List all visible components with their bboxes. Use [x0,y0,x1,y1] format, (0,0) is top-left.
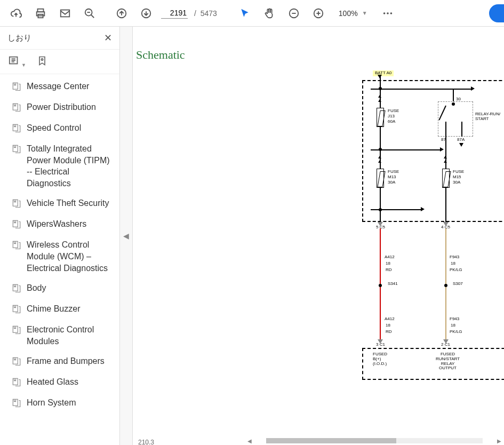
svg-point-14 [383,12,385,14]
bookmark-item-label: Totally Integrated Power Module (TIPM) -… [27,143,113,189]
bookmark-item-label: Wireless Control Module (WCM) – Electric… [27,239,113,274]
document-title: Schematic [133,27,504,70]
outline-options-icon[interactable]: ▼ [7,55,26,68]
bookmark-item-icon [12,102,21,114]
document-viewport[interactable]: Schematic BATT A0 MODULE- TOTALLY INTEGR… [133,27,504,445]
bookmark-item-label: Vehicle Theft Security [27,197,109,209]
bookmark-item[interactable]: Horn System [0,393,119,414]
page-number-input[interactable] [161,7,188,19]
print-icon[interactable] [29,2,52,25]
bookmark-item-icon [12,240,21,251]
status-bar: 210.3 x 297.4 mm ◀ ▶ [133,436,504,445]
bookmark-item[interactable]: Vehicle Theft Security [0,193,119,214]
module-box [362,80,504,222]
bookmark-item-icon [12,123,21,134]
bookmark-item-icon [12,398,21,409]
hscroll-right-icon[interactable]: ▶ [494,437,504,444]
svg-rect-33 [13,379,18,385]
svg-rect-23 [13,104,18,110]
zoom-dropdown[interactable]: 100%▼ [339,9,367,18]
svg-line-6 [91,14,94,18]
bookmark-item[interactable]: WipersWashers [0,214,119,235]
bookmark-item-label: Horn System [27,397,76,409]
bookmark-item-label: Speed Control [27,122,81,134]
svg-rect-29 [13,284,18,291]
svg-rect-31 [13,326,18,332]
cursor-icon[interactable] [233,2,257,25]
hscroll-track[interactable] [266,438,483,443]
bookmark-item-label: Body [27,282,46,294]
bookmark-item-icon [12,82,21,93]
bookmark-item[interactable]: Heated Glass [0,372,119,393]
svg-point-16 [390,12,392,14]
bookmark-list[interactable]: Message CenterPower DistributionSpeed Co… [0,74,119,445]
bookmark-item-label: WipersWashers [27,218,86,230]
zoom-in-icon[interactable] [307,2,330,25]
svg-rect-34 [13,400,18,406]
email-icon[interactable] [53,2,77,25]
svg-rect-28 [13,242,18,248]
schematic-diagram: BATT A0 MODULE- TOTALLY INTEGRATED POWER… [245,70,504,423]
page-dimensions: 210.3 x 297.4 mm [133,439,159,445]
bookmark-item[interactable]: Power Distribution [0,97,119,118]
arrow-up-circle-icon[interactable] [110,2,133,25]
bookmark-item-label: Power Distribution [27,101,96,113]
bookmark-item[interactable]: Wireless Control Module (WCM) – Electric… [0,235,119,278]
svg-point-21 [41,59,43,60]
bookmark-item-icon [12,144,21,155]
bookmark-item[interactable]: Electronic Control Modules [0,320,119,351]
splitter[interactable]: ◀ [120,27,133,445]
bookmark-item-icon [12,304,21,315]
svg-point-15 [387,12,389,14]
more-icon[interactable] [376,2,399,25]
bookmark-ribbon-icon[interactable] [37,55,47,68]
fuse-j13 [377,108,384,127]
svg-rect-32 [13,358,18,364]
svg-rect-27 [13,221,18,227]
bookmark-item[interactable]: Body [0,278,119,299]
bookmark-item-icon [12,219,21,231]
hand-icon[interactable] [258,2,281,25]
zoom-out-icon[interactable] [282,2,306,25]
svg-rect-26 [13,200,18,206]
side-badge[interactable] [489,4,504,22]
fuse-m13 [377,169,384,188]
hscroll-left-icon[interactable]: ◀ [245,437,254,444]
page-total: / 5473 [194,9,217,18]
bookmark-item-label: Chime Buzzer [27,303,80,315]
fuse-m15 [442,169,450,188]
svg-rect-3 [61,10,70,17]
bookmark-item-icon [12,325,21,336]
relay-box [438,101,473,137]
bookmark-item-icon [12,356,21,368]
hscroll-thumb[interactable] [266,438,396,443]
bookmarks-panel: しおり ✕ ▼ Message CenterPower Distribution… [0,27,120,445]
bookmark-item[interactable]: Speed Control [0,118,119,139]
bookmark-item-icon [12,283,21,295]
bookmark-item[interactable]: Message Center [0,76,119,97]
bookmark-item-icon [12,198,21,210]
cloud-upload-icon[interactable] [4,2,28,25]
bookmark-item[interactable]: Frame and Bumpers [0,351,119,372]
bookmark-item-label: Heated Glass [27,376,78,388]
bookmark-item-label: Frame and Bumpers [27,355,105,367]
bookmark-item-label: Message Center [27,81,89,92]
toolbar: / 5473 100%▼ [0,0,504,27]
bookmark-item[interactable]: Chime Buzzer [0,299,119,320]
svg-rect-30 [13,305,18,312]
arrow-down-circle-icon[interactable] [134,2,158,25]
svg-rect-24 [13,124,18,131]
close-icon[interactable]: ✕ [104,32,112,44]
sidebar-title: しおり [7,33,31,43]
bookmark-item-icon [12,377,21,388]
bookmark-item[interactable]: Totally Integrated Power Module (TIPM) -… [0,139,119,193]
batt-label: BATT A0 [373,70,394,76]
zoom-out-search-icon[interactable] [78,2,101,25]
svg-rect-22 [13,83,18,89]
svg-rect-25 [13,145,18,152]
collapse-icon[interactable]: ◀ [123,232,129,240]
bookmark-item-label: Electronic Control Modules [27,324,113,347]
